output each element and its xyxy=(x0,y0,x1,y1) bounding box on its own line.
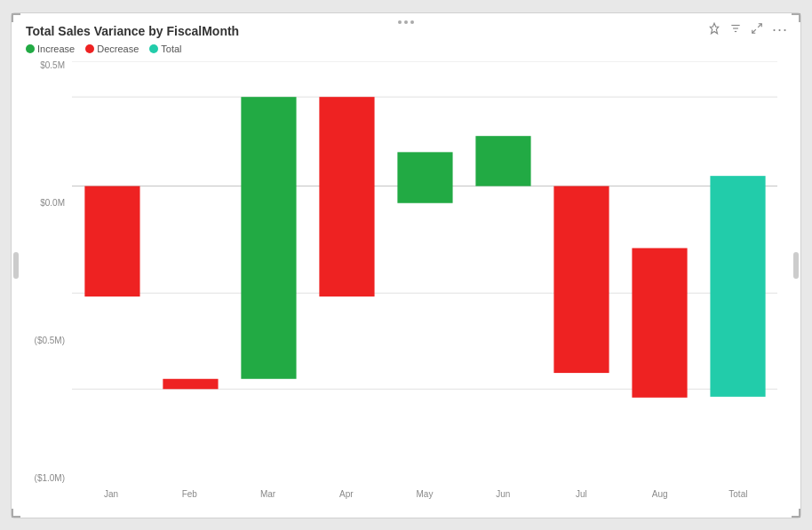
x-label-total: Total xyxy=(699,484,777,509)
legend-label-total: Total xyxy=(161,44,181,54)
pin-icon[interactable] xyxy=(708,22,720,37)
legend-item-total: Total xyxy=(149,44,181,54)
chart-svg xyxy=(72,61,777,418)
corner-handle-tr[interactable] xyxy=(792,13,800,22)
x-label-jan: Jan xyxy=(72,484,150,509)
toolbar: ··· xyxy=(708,20,788,39)
x-label-jul: Jul xyxy=(542,484,620,509)
bar-apr xyxy=(319,97,374,297)
corner-handle-tl[interactable] xyxy=(12,13,20,22)
x-label-feb: Feb xyxy=(150,484,228,509)
bar-jan xyxy=(84,186,139,296)
y-label-0: $0.5M xyxy=(40,61,65,70)
corner-handle-br[interactable] xyxy=(792,509,800,518)
expand-icon[interactable] xyxy=(751,22,763,37)
bar-may xyxy=(397,152,452,202)
legend-dot-decrease xyxy=(85,44,94,53)
y-axis: $0.5M $0.0M ($0.5M) ($1.0M) xyxy=(26,61,70,484)
legend-dot-increase xyxy=(26,44,35,53)
chart-inner xyxy=(72,61,777,484)
chart-card: ··· Total Sales Variance by FiscalMonth … xyxy=(11,12,801,518)
x-label-aug: Aug xyxy=(621,484,699,509)
filter-icon[interactable] xyxy=(729,22,742,37)
bar-aug xyxy=(632,248,687,397)
legend: Increase Decrease Total xyxy=(26,44,786,54)
svg-line-4 xyxy=(752,29,756,33)
legend-item-increase: Increase xyxy=(26,44,75,54)
chart-area: $0.5M $0.0M ($0.5M) ($1.0M) xyxy=(26,61,786,509)
bar-feb xyxy=(163,378,218,388)
x-label-may: May xyxy=(386,484,464,509)
x-axis: Jan Feb Mar Apr May Jun Jul Aug Total xyxy=(72,484,777,509)
legend-item-decrease: Decrease xyxy=(85,44,139,54)
top-resize-handle[interactable] xyxy=(398,20,414,24)
y-label-1: $0.0M xyxy=(40,199,65,208)
x-label-mar: Mar xyxy=(228,484,306,509)
bar-jul xyxy=(553,186,609,372)
legend-dot-total xyxy=(149,44,158,53)
svg-line-3 xyxy=(758,23,761,27)
right-resize-handle[interactable] xyxy=(793,252,799,279)
x-label-jun: Jun xyxy=(464,484,542,509)
bar-jun xyxy=(475,136,530,186)
left-resize-handle[interactable] xyxy=(13,252,19,279)
corner-handle-bl[interactable] xyxy=(12,509,20,518)
chart-title: Total Sales Variance by FiscalMonth xyxy=(26,24,786,38)
bar-mar xyxy=(241,97,296,379)
y-label-2: ($0.5M) xyxy=(35,336,65,345)
bar-total xyxy=(710,176,765,397)
x-label-apr: Apr xyxy=(307,484,386,509)
y-label-3: ($1.0M) xyxy=(35,474,65,483)
more-icon[interactable]: ··· xyxy=(772,20,788,39)
legend-label-increase: Increase xyxy=(37,44,75,54)
legend-label-decrease: Decrease xyxy=(97,44,139,54)
